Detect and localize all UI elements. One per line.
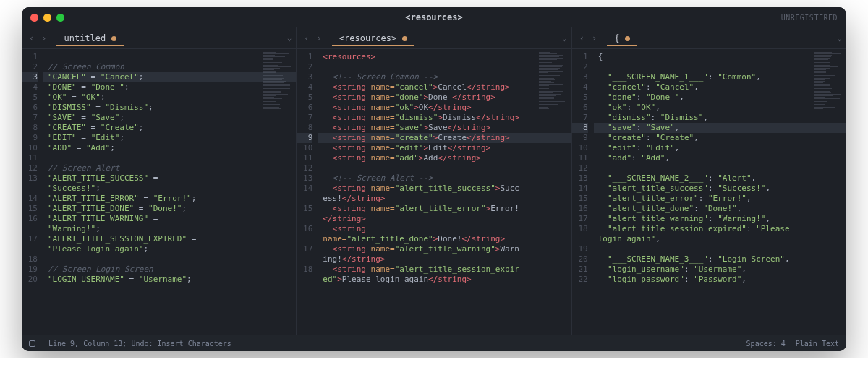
editor-pane: ‹›<resources>⌄12345678910111213141516171… (297, 27, 571, 335)
nav-forward-icon[interactable]: › (314, 32, 325, 45)
nav: ‹› (301, 32, 324, 45)
gutter: 123456789101112131415161718 (297, 49, 318, 335)
file-tab[interactable]: { (607, 30, 637, 46)
editor-pane: ‹›untitled⌄12345678910111213141516171819… (22, 27, 297, 335)
chevron-down-icon[interactable]: ⌄ (837, 33, 842, 43)
gutter: 1234567891011121314151617181920 (22, 49, 43, 335)
file-tab[interactable]: <resources> (332, 30, 414, 46)
tab-title: untitled (64, 33, 106, 43)
nav-back-icon[interactable]: ‹ (301, 32, 312, 45)
status-square-icon[interactable] (29, 340, 35, 347)
code-editor[interactable]: 1234567891011121314151617181920// Screen… (22, 49, 296, 335)
file-tab[interactable]: untitled (56, 30, 124, 46)
tab-bar: ‹›untitled⌄ (22, 27, 296, 49)
code-editor[interactable]: 123456789101112131415161718<resources> <… (297, 49, 571, 335)
code-area[interactable]: <resources> <!-- Screen Common --> <stri… (318, 49, 571, 335)
status-syntax[interactable]: Plain Text (796, 340, 839, 348)
nav-forward-icon[interactable]: › (589, 32, 600, 45)
editor-pane: ‹›{⌄12345678910111213141516171819202122{… (572, 27, 846, 335)
status-spaces[interactable]: Spaces: 4 (746, 340, 786, 348)
modified-dot-icon (402, 36, 407, 41)
code-area[interactable]: { "___SCREEN_NAME_1___": "Common", "canc… (594, 49, 846, 335)
nav-back-icon[interactable]: ‹ (26, 32, 37, 45)
code-editor[interactable]: 12345678910111213141516171819202122{ "__… (572, 49, 846, 335)
code-area[interactable]: // Screen Common"CANCEL" = "Cancel";"DON… (43, 49, 296, 335)
status-bar: Line 9, Column 13; Undo: Insert Characte… (22, 335, 846, 351)
nav: ‹› (576, 32, 600, 45)
tab-title: { (614, 33, 619, 43)
gutter: 12345678910111213141516171819202122 (572, 49, 594, 335)
chevron-down-icon[interactable]: ⌄ (287, 33, 292, 43)
unregistered-label: UNREGISTERED (781, 14, 838, 22)
chevron-down-icon[interactable]: ⌄ (562, 33, 567, 43)
tab-title: <resources> (339, 33, 396, 43)
titlebar: <resources> UNREGISTERED (22, 7, 846, 27)
modified-dot-icon (111, 36, 116, 41)
editor-panes: ‹›untitled⌄12345678910111213141516171819… (22, 27, 846, 335)
editor-window: <resources> UNREGISTERED ‹›untitled⌄1234… (22, 7, 846, 351)
tab-bar: ‹›<resources>⌄ (297, 27, 571, 49)
tab-bar: ‹›{⌄ (572, 27, 846, 49)
nav-forward-icon[interactable]: › (38, 32, 49, 45)
nav-back-icon[interactable]: ‹ (576, 32, 587, 45)
nav: ‹› (26, 32, 49, 45)
window-title: <resources> (22, 12, 846, 22)
modified-dot-icon (625, 36, 630, 41)
status-position: Line 9, Column 13; Undo: Insert Characte… (48, 340, 231, 348)
